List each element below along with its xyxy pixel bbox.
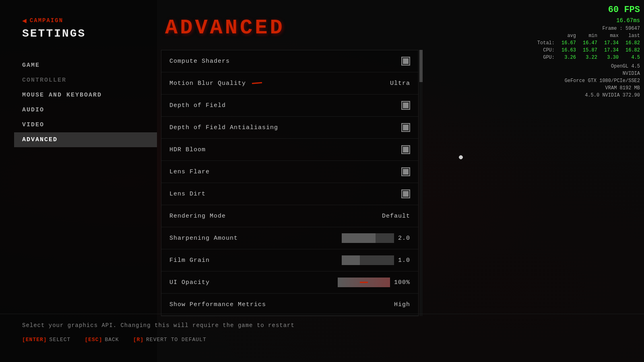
frame-count: Frame : 59647: [537, 25, 640, 32]
checkbox-compute_shaders[interactable]: [401, 57, 410, 66]
setting-value-motion_blur_quality: Ultra: [390, 80, 410, 87]
screen: ◀ CAMPAIGN SETTINGS GAMECONTROLLERMOUSE …: [0, 0, 644, 362]
setting-value-show_performance: High: [394, 301, 410, 308]
slider-ui_opacity[interactable]: [338, 278, 390, 287]
scroll-thumb[interactable]: [419, 50, 423, 82]
setting-name-lens_flare: Lens Flare: [169, 169, 210, 175]
vram-info: VRAM 8192 MB: [537, 84, 640, 92]
control-item-r[interactable]: [R]REVERT TO DEFAULT: [133, 337, 206, 343]
bottom-bar: Select your graphics API. Changing this …: [0, 314, 644, 362]
setting-name-show_performance: Show Performance Metrics: [169, 301, 266, 308]
settings-list: Compute ShadersMotion Blur QualityUltraD…: [161, 50, 419, 316]
setting-value-sharpening_amount: 2.0: [398, 235, 410, 242]
control-label: REVERT TO DEFAULT: [146, 337, 206, 343]
driver-info: 4.5.0 NVIDIA 372.90: [537, 92, 640, 99]
setting-value-rendering_mode: Default: [382, 213, 410, 220]
perf-total-row: Total: 16.67 16.47 17.34 16.82: [537, 39, 640, 47]
control-key: [R]: [133, 337, 144, 343]
sidebar: ◀ CAMPAIGN SETTINGS GAMECONTROLLERMOUSE …: [0, 0, 157, 362]
setting-name-hdr_bloom: HDR Bloom: [169, 146, 206, 153]
setting-row-lens_flare[interactable]: Lens Flare: [161, 161, 418, 183]
sidebar-item-video[interactable]: VIDEO: [22, 117, 157, 132]
opengl-version: OpenGL 4.5: [537, 63, 640, 70]
control-label: SELECT: [50, 337, 71, 343]
perf-gpu-row: GPU: 3.26 3.22 3.30 4.5: [537, 54, 640, 61]
nav-list: GAMECONTROLLERMOUSE AND KEYBOARDAUDIOVID…: [22, 58, 157, 147]
gpu-model: GeForce GTX 1080/PCIe/SSE2: [537, 77, 640, 84]
slider-film_grain[interactable]: [342, 255, 394, 265]
setting-name-ui_opacity: UI Opacity: [169, 279, 210, 286]
setting-name-depth_of_field: Depth of Field: [169, 102, 226, 109]
setting-value-film_grain: 1.0: [398, 257, 410, 264]
setting-row-motion_blur_quality[interactable]: Motion Blur QualityUltra: [161, 72, 418, 95]
gpu-brand: NVIDIA: [537, 70, 640, 77]
setting-row-hdr_bloom[interactable]: HDR Bloom: [161, 139, 418, 161]
settings-wrapper: Compute ShadersMotion Blur QualityUltraD…: [157, 50, 423, 316]
setting-name-rendering_mode: Rendering Mode: [169, 213, 226, 220]
setting-name-depth_of_field_aa: Depth of Field Antialiasing: [169, 124, 278, 131]
sidebar-item-game[interactable]: GAME: [22, 58, 157, 73]
setting-name-compute_shaders: Compute Shaders: [169, 58, 230, 65]
scrollbar[interactable]: [419, 50, 423, 316]
setting-name-sharpening_amount: Sharpening Amount: [169, 235, 238, 242]
setting-row-depth_of_field_aa[interactable]: Depth of Field Antialiasing: [161, 117, 418, 139]
perf-header-row: avg min max last: [537, 32, 640, 39]
back-chevron-icon: ◀: [22, 16, 27, 25]
sidebar-item-advanced[interactable]: ADVANCED: [14, 132, 157, 147]
perf-table: avg min max last Total: 16.67 16.47 17.3…: [537, 32, 640, 61]
setting-row-compute_shaders[interactable]: Compute Shaders: [161, 50, 418, 72]
perf-cpu-row: CPU: 16.63 15.87 17.34 16.82: [537, 47, 640, 54]
main-content: ADVANCED Compute ShadersMotion Blur Qual…: [157, 0, 423, 362]
control-key: [ESC]: [85, 337, 102, 343]
controls-bar: [ENTER]SELECT[ESC]BACK[R]REVERT TO DEFAU…: [22, 337, 622, 343]
setting-name-lens_dirt: Lens Dirt: [169, 191, 206, 197]
sidebar-item-mouse_keyboard[interactable]: MOUSE AND KEYBOARD: [22, 88, 157, 103]
performance-overlay: 60 FPS 16.67ms Frame : 59647 avg min max…: [537, 3, 640, 99]
motion-blur-indicator: [252, 82, 262, 84]
frame-time: 16.67ms: [537, 16, 640, 25]
control-item-enter[interactable]: [ENTER]SELECT: [22, 337, 70, 343]
checkbox-depth_of_field[interactable]: [401, 101, 410, 110]
setting-value-ui_opacity: 100%: [394, 279, 410, 286]
checkbox-lens_flare[interactable]: [401, 167, 410, 176]
settings-title: SETTINGS: [22, 27, 157, 40]
setting-row-rendering_mode[interactable]: Rendering ModeDefault: [161, 205, 418, 227]
slider-sharpening_amount[interactable]: [342, 233, 394, 243]
checkbox-hdr_bloom[interactable]: [401, 145, 410, 154]
setting-row-lens_dirt[interactable]: Lens Dirt: [161, 183, 418, 205]
hint-text: Select your graphics API. Changing this …: [22, 322, 622, 329]
control-label: BACK: [105, 337, 119, 343]
fps-display: 60 FPS: [537, 3, 640, 16]
setting-row-show_performance[interactable]: Show Performance MetricsHigh: [161, 294, 418, 316]
sidebar-item-audio[interactable]: AUDIO: [22, 103, 157, 117]
setting-row-sharpening_amount[interactable]: Sharpening Amount2.0: [161, 227, 418, 249]
setting-row-film_grain[interactable]: Film Grain1.0: [161, 249, 418, 272]
checkbox-depth_of_field_aa[interactable]: [401, 123, 410, 132]
cursor: [459, 155, 464, 161]
setting-row-depth_of_field[interactable]: Depth of Field: [161, 95, 418, 117]
control-key: [ENTER]: [22, 337, 47, 343]
setting-name-motion_blur_quality: Motion Blur Quality: [169, 80, 262, 87]
page-title: ADVANCED: [157, 0, 423, 50]
campaign-label: CAMPAIGN: [30, 17, 63, 24]
checkbox-lens_dirt[interactable]: [401, 189, 410, 198]
setting-row-ui_opacity[interactable]: UI Opacity100%: [161, 272, 418, 294]
control-item-esc[interactable]: [ESC]BACK: [85, 337, 119, 343]
campaign-back-button[interactable]: ◀ CAMPAIGN: [22, 16, 157, 25]
sidebar-item-controller[interactable]: CONTROLLER: [22, 73, 157, 88]
setting-name-film_grain: Film Grain: [169, 257, 210, 264]
